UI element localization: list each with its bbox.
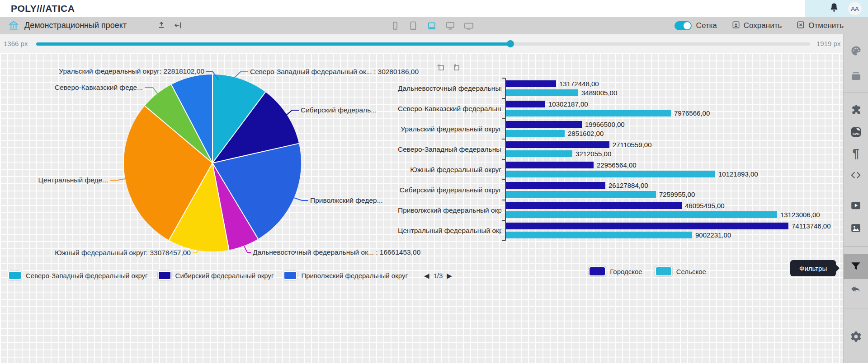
pie-legend-item[interactable]: Сибирский федеральный округ	[158, 271, 274, 280]
bar-rural[interactable]	[506, 191, 656, 198]
code-icon[interactable]	[844, 166, 868, 184]
bar-rural[interactable]	[506, 110, 671, 116]
bar-rural[interactable]	[506, 89, 578, 96]
bar-urban[interactable]	[506, 141, 609, 148]
device-desktop-icon[interactable]	[445, 20, 456, 31]
undo-all-icon[interactable]	[844, 280, 868, 298]
cancel-button[interactable]: Отменить	[796, 20, 844, 31]
bar-category-label: Южный федеральный округ	[398, 159, 501, 180]
bar-group: Северо-Кавказский федеральный ...1030218…	[398, 98, 823, 119]
bar-category-label: Сибирский федеральный округ	[398, 180, 501, 200]
svg-file-icon[interactable]: SVG	[844, 123, 868, 141]
zoom-selection-icon[interactable]	[436, 62, 447, 75]
device-tv-icon[interactable]	[463, 20, 475, 31]
bar-rural[interactable]	[506, 211, 777, 218]
pie-chart[interactable]	[124, 74, 301, 251]
project-title: Демонстрационный проект	[24, 21, 127, 30]
bar-chart-tools	[436, 62, 462, 75]
bar-value-label: 7259955,00	[659, 191, 695, 198]
pie-slice-label: Северо-Кавказский феде...	[55, 84, 143, 92]
bar-rural[interactable]	[506, 130, 565, 137]
filter-icon[interactable]	[844, 257, 868, 275]
legend-label: Сибирский федеральный округ	[175, 272, 274, 279]
bell-icon[interactable]	[828, 2, 840, 15]
pie-slice-label: Уральский федеральный округ: 22818102,00	[59, 67, 204, 75]
bar-urban[interactable]	[506, 101, 545, 107]
grid-toggle[interactable]	[675, 21, 692, 30]
video-player-icon[interactable]	[844, 196, 868, 214]
bar-rural[interactable]	[506, 171, 715, 177]
bar-category-label: Северо-Кавказский федеральный ...	[398, 98, 501, 119]
bar-urban[interactable]	[506, 121, 582, 128]
drawer-icon[interactable]	[844, 67, 868, 85]
puzzle-icon[interactable]	[844, 101, 868, 119]
app-root: POLY///ATICA AA Демонстрационный проект	[0, 0, 868, 363]
bar-value-label: 10121893,00	[718, 171, 758, 177]
bar-category-label: Дальневосточный федеральный ок...	[398, 78, 501, 98]
collapse-left-icon[interactable]	[174, 20, 184, 31]
palette-icon[interactable]	[844, 42, 868, 60]
bar-value-label: 74113746,00	[792, 223, 830, 229]
bar-legend: ГородскоеСельское	[505, 266, 790, 276]
app-header: POLY///ATICA AA	[0, 0, 868, 17]
legend-label: Городское	[610, 268, 642, 275]
bar-value-label: 7976566,00	[674, 110, 710, 116]
slider-max-label: 1919 px	[816, 40, 840, 47]
bar-urban[interactable]	[506, 223, 788, 229]
pie-slice-label: Дальневосточный федеральный ок... : 1666…	[253, 248, 420, 256]
device-laptop-icon[interactable]	[426, 20, 438, 31]
bar-urban[interactable]	[506, 182, 605, 189]
bar-legend-item[interactable]: Городское	[589, 266, 642, 276]
legend-swatch	[283, 271, 297, 280]
reset-selection-icon[interactable]	[451, 62, 462, 75]
settings-gear-icon[interactable]	[844, 327, 868, 345]
bar-urban[interactable]	[506, 162, 594, 168]
avatar[interactable]: AA	[848, 2, 862, 15]
bar-urban[interactable]	[506, 80, 556, 87]
slider-min-label: 1366 px	[4, 40, 28, 47]
bar-value-label: 27110559,00	[613, 141, 651, 148]
image-icon[interactable]	[844, 219, 868, 237]
toolbar-actions: Сетка Сохранить Отменить	[675, 17, 844, 34]
bar-chart-widget[interactable]: Дальневосточный федеральный ок...1317244…	[398, 62, 823, 297]
bar-value-label: 3212055,00	[576, 150, 611, 157]
bar-value-label: 13123006,00	[780, 211, 820, 218]
header-user-area: AA	[805, 0, 868, 17]
bar-group: Сибирский федеральный округ26127884,0072…	[398, 180, 823, 200]
pie-slice-label: Сибирский федераль...	[301, 106, 377, 114]
pie-legend-item[interactable]: Северо-Западный федеральный округ	[8, 271, 148, 280]
bar-group: Центральный федеральный округ74113746,00…	[398, 220, 823, 241]
device-size-switcher	[390, 20, 475, 31]
toolbar: Демонстрационный проект Сетка Сохранить	[0, 17, 868, 34]
width-slider-handle[interactable]	[507, 40, 514, 47]
width-slider-track[interactable]	[36, 42, 810, 46]
width-slider-fill	[36, 42, 510, 46]
pie-slice-label: Северо-Западный федеральный ок... : 3028…	[250, 68, 419, 76]
pie-slice-label: Южный федеральный округ: 33078457,00	[55, 249, 191, 257]
bar-rural[interactable]	[506, 150, 572, 157]
app-logo: POLY///ATICA	[11, 3, 75, 14]
pilcrow-icon[interactable]: ¶	[844, 144, 868, 163]
bar-value-label: 3489005,00	[581, 89, 617, 96]
bar-urban[interactable]	[506, 202, 682, 209]
pie-legend-item[interactable]: Приволжский федеральный округ	[283, 271, 407, 280]
device-phone-icon[interactable]	[390, 20, 401, 31]
device-tablet-icon[interactable]	[408, 20, 419, 31]
bank-icon[interactable]	[8, 20, 19, 31]
bar-category-label: Уральский федеральный округ	[398, 119, 501, 139]
bar-group: Приволжский федеральный округ46095495,00…	[398, 200, 823, 220]
upload-icon[interactable]	[156, 20, 167, 31]
bar-value-label: 19966500,00	[585, 121, 625, 128]
legend-label: Приволжский федеральный округ	[301, 272, 407, 279]
legend-swatch	[589, 266, 606, 276]
filters-tooltip: Фильтры	[790, 260, 836, 276]
bar-value-label: 22956564,00	[597, 162, 637, 168]
bar-legend-item[interactable]: Сельское	[655, 266, 706, 276]
sidebar-divider	[844, 246, 868, 247]
pie-slice-label: Приволжский федер...	[310, 196, 383, 205]
save-button[interactable]: Сохранить	[731, 20, 782, 31]
bar-value-label: 2851602,00	[568, 130, 604, 137]
bar-rural[interactable]	[506, 232, 692, 238]
legend-swatch	[158, 271, 171, 280]
bar-category-label: Северо-Западный федеральный ок...	[398, 139, 501, 159]
